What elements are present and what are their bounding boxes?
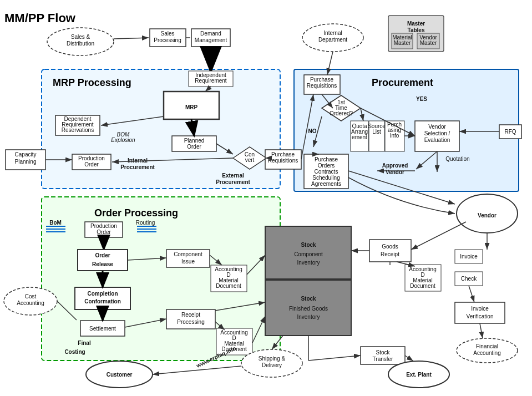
demand-mgmt-label: Demand bbox=[200, 31, 221, 37]
stock-finished-label: Stock bbox=[301, 296, 316, 302]
capacity-planning-label: Capacity bbox=[15, 151, 37, 158]
purchasing-info-label3: Info bbox=[390, 133, 399, 139]
sales-processing-label: Sales bbox=[160, 31, 174, 37]
mrp-title: MRP Processing bbox=[53, 77, 131, 88]
internal-dept-label2: Department bbox=[318, 37, 347, 43]
order-title: Order Processing bbox=[94, 207, 178, 219]
ext-proc-label2: Procurement bbox=[216, 179, 250, 185]
purchase-req-mrp-label2: Requisitions bbox=[268, 158, 298, 164]
internal-dept-label: Internal bbox=[323, 30, 342, 36]
stock-component-label3: Inventory bbox=[297, 260, 320, 266]
completion-conf-label2: Conformation bbox=[84, 298, 121, 304]
financial-acct-label2: Accounting bbox=[473, 350, 500, 356]
bom-explosion-label2: Explosion bbox=[111, 137, 135, 143]
prod-order-op-label2: Order bbox=[97, 229, 111, 235]
rfq-label: RFQ bbox=[504, 129, 516, 135]
vendor-selection-label2: Selection / bbox=[424, 130, 450, 136]
bom-op-label: BoM bbox=[49, 220, 62, 226]
stock-transfer-label: Stock bbox=[376, 349, 390, 356]
purchase-orders-label4: Scheduling bbox=[312, 175, 340, 181]
costing-label: Costing bbox=[64, 349, 85, 355]
purchase-req-proc-label2: Requisitions bbox=[307, 83, 337, 89]
receipt-proc-label: Receipt bbox=[181, 312, 200, 318]
sales-processing-label2: Processing bbox=[154, 37, 181, 43]
no-label: NO bbox=[308, 128, 317, 134]
stock-component-label: Stock bbox=[301, 242, 316, 248]
invoice-verif-label: Invoice bbox=[471, 306, 489, 312]
receipt-proc-label2: Processing bbox=[177, 319, 204, 325]
prod-order-op-label: Production bbox=[90, 223, 117, 229]
acct-doc2-label4: Document bbox=[410, 283, 435, 289]
purchase-orders-label: Purchase bbox=[315, 156, 338, 163]
cost-acct-label2: Accounting bbox=[17, 300, 44, 306]
source-list-label2: List bbox=[372, 129, 381, 135]
acct-doc1-label4: Document bbox=[216, 283, 241, 289]
order-release-label: Order bbox=[95, 252, 110, 258]
vendor-selection-label3: Evaluation bbox=[424, 137, 450, 143]
goods-receipt-label: Goods bbox=[382, 243, 398, 250]
internal-proc-label2: Procurement bbox=[120, 164, 155, 170]
stock-transfer-label2: Transfer bbox=[373, 356, 394, 362]
purchase-orders-label5: Agreements bbox=[311, 181, 341, 187]
ext-proc-label: External bbox=[222, 172, 244, 179]
vendor-master-label2: Master bbox=[420, 40, 437, 46]
purchase-req-mrp-label: Purchase bbox=[271, 151, 295, 158]
routing-label: Routing bbox=[136, 220, 155, 226]
invoice-verif-label2: Verification bbox=[467, 313, 494, 319]
purchase-orders-label3: Contracts bbox=[315, 169, 338, 175]
stock-component-label2: Component bbox=[294, 251, 323, 257]
mrp-label: MRP bbox=[185, 104, 198, 110]
independent-req-label2: Requirement bbox=[195, 78, 226, 84]
stock-finished-label2: Finished Goods bbox=[289, 306, 328, 312]
arrow-sd-sp bbox=[114, 38, 149, 39]
arrow-stocktransfer-extplant bbox=[405, 356, 413, 361]
component-issue-label: Component bbox=[174, 251, 202, 257]
approved-vendor-label2: Vendor bbox=[386, 169, 404, 175]
material-master-label2: Master bbox=[394, 40, 411, 46]
vendor-selection-label: Vendor bbox=[428, 124, 446, 130]
purchase-req-proc-label: Purchase bbox=[310, 77, 334, 83]
arrow-vendor-goodsreceipt bbox=[411, 222, 466, 250]
main-title: MM/PP Flow bbox=[4, 11, 76, 25]
prod-order-mrp-label2: Order bbox=[84, 161, 99, 167]
sales-distribution-label: Sales & bbox=[71, 34, 90, 40]
customer-label: Customer bbox=[107, 372, 133, 378]
procurement-title: Procurement bbox=[372, 77, 433, 88]
goods-receipt-node bbox=[369, 240, 411, 262]
dep-req-label3: Reservations bbox=[62, 127, 94, 133]
component-issue-label2: Issue bbox=[181, 258, 195, 265]
order-release-label2: Release bbox=[92, 261, 113, 267]
quota-label3: ement bbox=[352, 134, 367, 140]
cost-acct-label: Cost bbox=[25, 293, 37, 299]
financial-acct-label: Financial bbox=[476, 343, 498, 349]
check-label: Check bbox=[461, 276, 477, 282]
quotation-label: Quotation bbox=[445, 156, 469, 162]
yes-label: YES bbox=[416, 96, 427, 102]
approved-vendor-label: Approved bbox=[382, 163, 408, 169]
vendor-label: Vendor bbox=[478, 212, 496, 219]
master-tables-label2: Tables bbox=[408, 27, 425, 33]
convert-label2: vert bbox=[245, 157, 255, 163]
demand-mgmt-label2: Management bbox=[195, 37, 227, 43]
goods-receipt-label2: Receipt bbox=[381, 251, 399, 257]
diagram-container: MM/PP Flow MRP Processing Procurement Or… bbox=[0, 0, 532, 396]
first-time-label3: Ordered? bbox=[330, 110, 353, 116]
arrow-invoiceverif-finacct bbox=[480, 323, 483, 338]
ext-plant-label: Ext. Plant bbox=[406, 372, 432, 378]
prod-order-mrp-label: Production bbox=[78, 155, 105, 161]
capacity-planning-label2: Planning bbox=[15, 159, 37, 165]
final-costing-label: Final bbox=[78, 340, 91, 346]
master-tables-label: Master bbox=[407, 21, 425, 27]
planned-order-label2: Order bbox=[187, 144, 201, 150]
purchase-orders-label2: Orders bbox=[318, 163, 335, 169]
shipping-label: Shipping & bbox=[259, 356, 286, 362]
arrow-stockfin-stocktransfer bbox=[308, 356, 361, 361]
shipping-label2: Delivery bbox=[262, 362, 282, 368]
arrow-check-invoiceverif bbox=[469, 286, 474, 302]
settlement-label: Settlement bbox=[89, 326, 116, 332]
completion-conf-label: Completion bbox=[88, 291, 118, 297]
invoice-label: Invoice bbox=[460, 253, 478, 260]
stock-finished-label3: Inventory bbox=[297, 314, 320, 320]
planned-order-label: Planned bbox=[184, 138, 205, 144]
sales-distribution-label2: Distribution bbox=[67, 40, 94, 47]
